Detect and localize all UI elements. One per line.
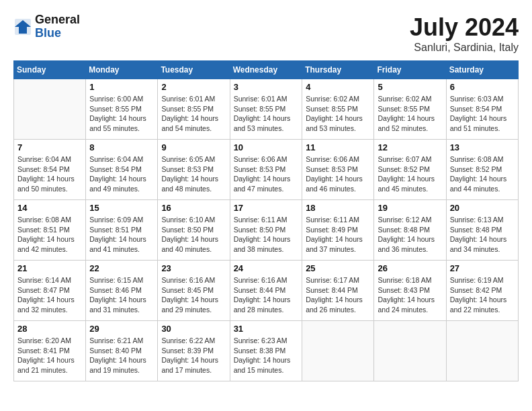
calendar-cell: 26Sunrise: 6:18 AMSunset: 8:43 PMDayligh…: [374, 261, 446, 321]
day-number: 5: [378, 82, 442, 92]
calendar-cell: 18Sunrise: 6:11 AMSunset: 8:49 PMDayligh…: [302, 200, 374, 261]
calendar-cell: [302, 321, 374, 381]
calendar-cell: 14Sunrise: 6:08 AMSunset: 8:51 PMDayligh…: [14, 200, 86, 261]
day-info: Sunrise: 6:11 AMSunset: 8:50 PMDaylight:…: [234, 215, 299, 255]
day-number: 27: [450, 263, 515, 273]
day-info: Sunrise: 6:05 AMSunset: 8:53 PMDaylight:…: [161, 154, 226, 194]
calendar-cell: 3Sunrise: 6:01 AMSunset: 8:55 PMDaylight…: [230, 79, 302, 140]
day-info: Sunrise: 6:01 AMSunset: 8:55 PMDaylight:…: [234, 94, 299, 134]
day-number: 15: [89, 203, 154, 213]
calendar-cell: 31Sunrise: 6:23 AMSunset: 8:38 PMDayligh…: [230, 321, 302, 381]
calendar-cell: 1Sunrise: 6:00 AMSunset: 8:55 PMDaylight…: [86, 79, 158, 140]
calendar-cell: 10Sunrise: 6:06 AMSunset: 8:53 PMDayligh…: [230, 140, 302, 200]
month-title: July 2024: [410, 13, 519, 42]
day-number: 25: [306, 263, 370, 273]
calendar-cell: 6Sunrise: 6:03 AMSunset: 8:54 PMDaylight…: [446, 79, 518, 140]
day-number: 11: [306, 142, 370, 152]
calendar-cell: [374, 321, 446, 381]
calendar-cell: 9Sunrise: 6:05 AMSunset: 8:53 PMDaylight…: [158, 140, 230, 200]
day-info: Sunrise: 6:21 AMSunset: 8:40 PMDaylight:…: [89, 336, 154, 375]
logo-text: General Blue: [35, 13, 80, 40]
calendar-cell: 25Sunrise: 6:17 AMSunset: 8:44 PMDayligh…: [302, 261, 374, 321]
day-info: Sunrise: 6:06 AMSunset: 8:53 PMDaylight:…: [306, 154, 370, 194]
weekday-header-friday: Friday: [374, 61, 446, 79]
calendar-week-row: 7Sunrise: 6:04 AMSunset: 8:54 PMDaylight…: [14, 140, 519, 200]
day-info: Sunrise: 6:11 AMSunset: 8:49 PMDaylight:…: [306, 215, 370, 255]
day-number: 12: [378, 142, 442, 152]
calendar-cell: 4Sunrise: 6:02 AMSunset: 8:55 PMDaylight…: [302, 79, 374, 140]
day-info: Sunrise: 6:10 AMSunset: 8:50 PMDaylight:…: [161, 215, 226, 255]
calendar-week-row: 21Sunrise: 6:14 AMSunset: 8:47 PMDayligh…: [14, 261, 519, 321]
day-info: Sunrise: 6:16 AMSunset: 8:44 PMDaylight:…: [234, 275, 299, 315]
calendar-cell: 20Sunrise: 6:13 AMSunset: 8:48 PMDayligh…: [446, 200, 518, 261]
day-number: 14: [17, 203, 82, 213]
calendar-cell: 27Sunrise: 6:19 AMSunset: 8:42 PMDayligh…: [446, 261, 518, 321]
calendar-cell: 30Sunrise: 6:22 AMSunset: 8:39 PMDayligh…: [158, 321, 230, 381]
calendar-cell: 28Sunrise: 6:20 AMSunset: 8:41 PMDayligh…: [14, 321, 86, 381]
day-info: Sunrise: 6:01 AMSunset: 8:55 PMDaylight:…: [161, 94, 226, 134]
day-number: 22: [89, 263, 154, 273]
day-info: Sunrise: 6:09 AMSunset: 8:51 PMDaylight:…: [89, 215, 154, 255]
weekday-header-row: SundayMondayTuesdayWednesdayThursdayFrid…: [14, 61, 519, 79]
logo: General Blue: [13, 13, 80, 40]
day-info: Sunrise: 6:04 AMSunset: 8:54 PMDaylight:…: [89, 154, 154, 194]
calendar-cell: 15Sunrise: 6:09 AMSunset: 8:51 PMDayligh…: [86, 200, 158, 261]
day-info: Sunrise: 6:06 AMSunset: 8:53 PMDaylight:…: [234, 154, 299, 194]
title-block: July 2024 Sanluri, Sardinia, Italy: [410, 13, 519, 54]
day-info: Sunrise: 6:20 AMSunset: 8:41 PMDaylight:…: [17, 336, 82, 375]
calendar-cell: 24Sunrise: 6:16 AMSunset: 8:44 PMDayligh…: [230, 261, 302, 321]
calendar-cell: 23Sunrise: 6:16 AMSunset: 8:45 PMDayligh…: [158, 261, 230, 321]
day-info: Sunrise: 6:19 AMSunset: 8:42 PMDaylight:…: [450, 275, 515, 315]
day-number: 18: [306, 203, 370, 213]
calendar-table: SundayMondayTuesdayWednesdayThursdayFrid…: [13, 60, 519, 381]
calendar-week-row: 14Sunrise: 6:08 AMSunset: 8:51 PMDayligh…: [14, 200, 519, 261]
weekday-header-saturday: Saturday: [446, 61, 518, 79]
day-number: 10: [234, 142, 299, 152]
calendar-week-row: 1Sunrise: 6:00 AMSunset: 8:55 PMDaylight…: [14, 79, 519, 140]
day-info: Sunrise: 6:08 AMSunset: 8:51 PMDaylight:…: [17, 215, 82, 255]
day-number: 7: [17, 142, 82, 152]
day-number: 31: [234, 324, 299, 334]
calendar-cell: 16Sunrise: 6:10 AMSunset: 8:50 PMDayligh…: [158, 200, 230, 261]
calendar-cell: 8Sunrise: 6:04 AMSunset: 8:54 PMDaylight…: [86, 140, 158, 200]
day-info: Sunrise: 6:03 AMSunset: 8:54 PMDaylight:…: [450, 94, 515, 134]
day-info: Sunrise: 6:07 AMSunset: 8:52 PMDaylight:…: [378, 154, 442, 194]
day-number: 16: [161, 203, 226, 213]
day-number: 1: [89, 82, 154, 92]
day-number: 4: [306, 82, 370, 92]
day-number: 20: [450, 203, 515, 213]
logo-icon: [13, 17, 32, 36]
calendar-cell: [14, 79, 86, 140]
location-text: Sanluri, Sardinia, Italy: [410, 42, 519, 54]
calendar-cell: 13Sunrise: 6:08 AMSunset: 8:52 PMDayligh…: [446, 140, 518, 200]
day-number: 19: [378, 203, 442, 213]
calendar-cell: 12Sunrise: 6:07 AMSunset: 8:52 PMDayligh…: [374, 140, 446, 200]
calendar-cell: 29Sunrise: 6:21 AMSunset: 8:40 PMDayligh…: [86, 321, 158, 381]
weekday-header-tuesday: Tuesday: [158, 61, 230, 79]
day-number: 2: [161, 82, 226, 92]
day-number: 28: [17, 324, 82, 334]
day-info: Sunrise: 6:12 AMSunset: 8:48 PMDaylight:…: [378, 215, 442, 255]
calendar-cell: 21Sunrise: 6:14 AMSunset: 8:47 PMDayligh…: [14, 261, 86, 321]
day-number: 21: [17, 263, 82, 273]
day-info: Sunrise: 6:04 AMSunset: 8:54 PMDaylight:…: [17, 154, 82, 194]
day-number: 26: [378, 263, 442, 273]
day-info: Sunrise: 6:14 AMSunset: 8:47 PMDaylight:…: [17, 275, 82, 315]
logo-general-text: General: [35, 13, 80, 27]
weekday-header-sunday: Sunday: [14, 61, 86, 79]
day-number: 8: [89, 142, 154, 152]
day-number: 29: [89, 324, 154, 334]
calendar-cell: 17Sunrise: 6:11 AMSunset: 8:50 PMDayligh…: [230, 200, 302, 261]
day-info: Sunrise: 6:15 AMSunset: 8:46 PMDaylight:…: [89, 275, 154, 315]
day-info: Sunrise: 6:08 AMSunset: 8:52 PMDaylight:…: [450, 154, 515, 194]
day-info: Sunrise: 6:00 AMSunset: 8:55 PMDaylight:…: [89, 94, 154, 134]
weekday-header-thursday: Thursday: [302, 61, 374, 79]
day-number: 13: [450, 142, 515, 152]
day-info: Sunrise: 6:16 AMSunset: 8:45 PMDaylight:…: [161, 275, 226, 315]
calendar-cell: 5Sunrise: 6:02 AMSunset: 8:55 PMDaylight…: [374, 79, 446, 140]
day-number: 30: [161, 324, 226, 334]
calendar-cell: 22Sunrise: 6:15 AMSunset: 8:46 PMDayligh…: [86, 261, 158, 321]
day-number: 9: [161, 142, 226, 152]
calendar-cell: [446, 321, 518, 381]
day-number: 17: [234, 203, 299, 213]
